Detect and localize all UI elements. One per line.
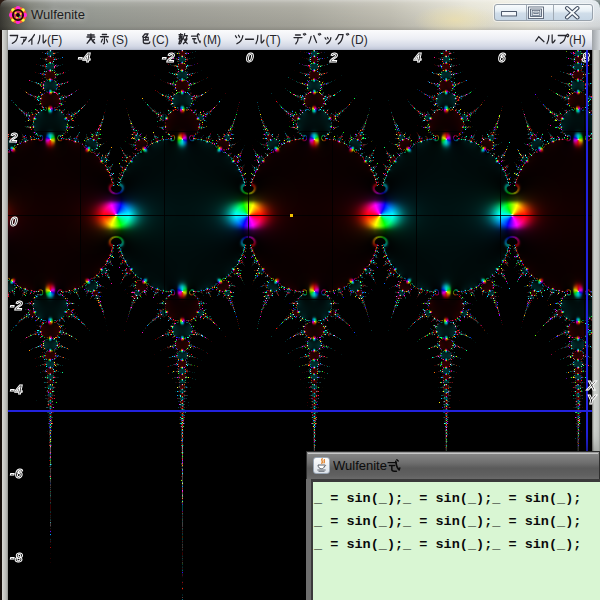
- svg-text:(C): (C): [152, 33, 169, 47]
- svg-text:(D): (D): [351, 33, 368, 47]
- svg-text:(H): (H): [569, 33, 586, 47]
- svg-text:(F): (F): [47, 33, 62, 47]
- svg-text:(T): (T): [266, 33, 281, 47]
- svg-text:(S): (S): [112, 33, 128, 47]
- svg-text:Wulfenite: Wulfenite: [333, 458, 387, 473]
- svg-text:(M): (M): [203, 33, 221, 47]
